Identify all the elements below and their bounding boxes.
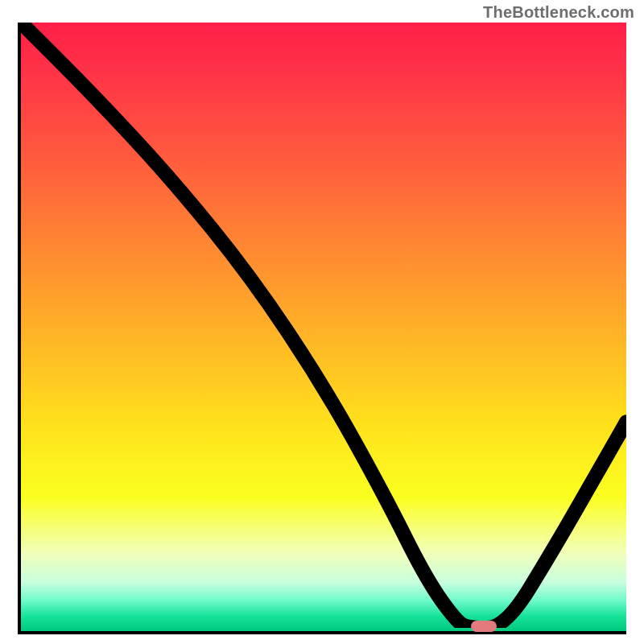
plot-area [18, 23, 626, 634]
optimum-marker [471, 621, 497, 632]
chart-frame: TheBottleneck.com [0, 0, 644, 644]
curve-svg [21, 23, 626, 628]
attribution-text: TheBottleneck.com [483, 3, 634, 22]
curve-path [21, 23, 626, 628]
